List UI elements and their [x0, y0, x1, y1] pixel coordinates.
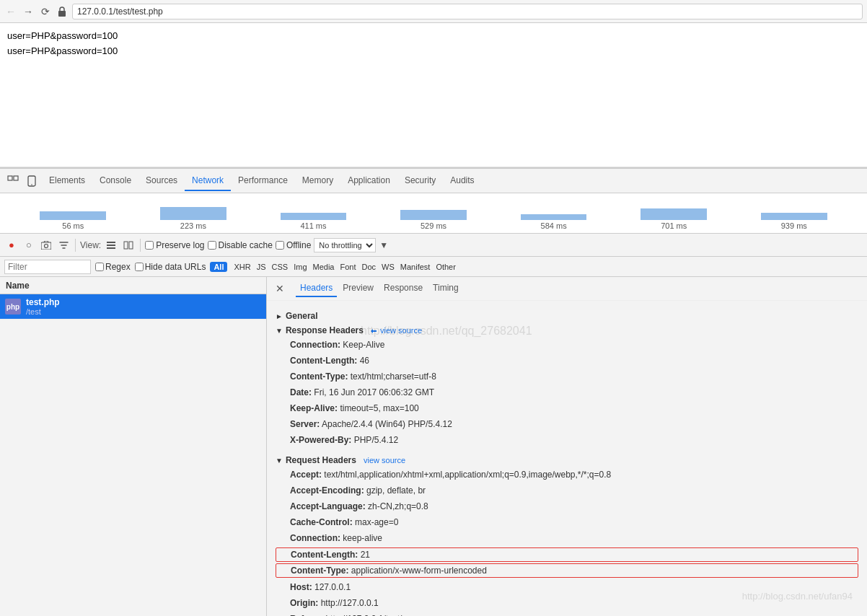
filter-type-js[interactable]: JS [255, 262, 268, 272]
filter-type-doc[interactable]: Doc [360, 262, 379, 272]
request-headers-container: Accept: text/html,application/xhtml+xml,… [276, 467, 858, 616]
svg-rect-5 [41, 242, 51, 250]
header-val: 127.0.0.1 [314, 582, 351, 592]
php-file-icon: php [4, 298, 22, 315]
timeline-bar-group [493, 197, 614, 220]
view-grid-button[interactable] [121, 238, 136, 252]
detail-header: ✕ HeadersPreviewResponseTiming [267, 277, 867, 301]
toolbar-separator2 [140, 239, 141, 252]
hide-data-urls-checkbox[interactable] [135, 263, 144, 271]
header-val: Keep-Alive [343, 340, 384, 350]
detail-tab-preview[interactable]: Preview [338, 280, 378, 297]
filter-button[interactable] [56, 238, 71, 252]
disable-cache-checkbox-group[interactable]: Disable cache [208, 240, 273, 250]
preserve-log-checkbox[interactable] [145, 241, 154, 250]
devtools-tab-audits[interactable]: Audits [443, 171, 481, 191]
detail-tab-headers[interactable]: Headers [296, 280, 337, 297]
response-header-row: Keep-Alive: timeout=5, max=100 [276, 400, 858, 416]
response-header-row: Connection: Keep-Alive [276, 337, 858, 353]
devtools-tab-security[interactable]: Security [397, 171, 443, 191]
throttle-select[interactable]: No throttling [314, 238, 376, 252]
devtools-tab-network[interactable]: Network [185, 171, 231, 191]
record-button[interactable]: ● [4, 238, 19, 252]
filter-type-other[interactable]: Other [434, 262, 458, 272]
back-button[interactable]: ← [4, 5, 17, 18]
response-header-row: Server: Apache/2.4.4 (Win64) PHP/5.4.12 [276, 416, 858, 432]
filter-type-xhr[interactable]: XHR [232, 262, 252, 272]
inspect-icon[interactable] [4, 171, 22, 191]
header-val: 21 [361, 550, 370, 560]
svg-rect-8 [107, 245, 115, 246]
filter-type-ws[interactable]: WS [379, 262, 397, 272]
timeline-label: 584 ms [493, 221, 614, 230]
filter-type-manifest[interactable]: Manifest [398, 262, 433, 272]
filter-type-img[interactable]: Img [291, 262, 309, 272]
header-val: timeout=5, max=100 [340, 403, 418, 413]
header-key: Connection: [290, 340, 340, 350]
camera-button[interactable] [39, 238, 53, 252]
browser-bar: ← → ⟳ [0, 0, 867, 23]
request-item[interactable]: phptest.php/test [0, 294, 266, 320]
request-header-row: Accept-Encoding: gzip, deflate, br [276, 483, 858, 498]
filter-bar: Regex Hide data URLs All XHRJSCSSImgMedi… [0, 257, 867, 277]
request-headers-view-source[interactable]: view source [364, 456, 405, 465]
offline-checkbox[interactable] [276, 241, 284, 250]
detail-close-button[interactable]: ✕ [273, 281, 287, 296]
timeline-bar-item [40, 211, 106, 220]
devtools-tab-sources[interactable]: Sources [138, 171, 185, 191]
forward-button[interactable]: → [22, 5, 35, 18]
timeline-label: 56 ms [13, 221, 133, 230]
detail-tab-timing[interactable]: Timing [428, 280, 463, 297]
response-headers-label: Response Headers [286, 325, 364, 335]
detail-tab-response[interactable]: Response [379, 280, 427, 297]
page-content: user=PHP&password=100 user=PHP&password=… [0, 23, 867, 167]
view-list-button[interactable] [104, 238, 118, 252]
reload-button[interactable]: ⟳ [39, 5, 52, 18]
filter-type-css[interactable]: CSS [270, 262, 291, 272]
timeline-bar-item [281, 213, 347, 220]
response-headers-view-source[interactable]: view source [371, 326, 422, 335]
hide-data-urls-group[interactable]: Hide data URLs [135, 262, 206, 272]
request-headers-title[interactable]: ▼ Request Headers view source [276, 455, 858, 465]
filter-input[interactable] [4, 260, 91, 274]
filter-type-font[interactable]: Font [338, 262, 358, 272]
detail-panel-wrapper: ✕ HeadersPreviewResponseTiming ► General… [267, 277, 867, 616]
svg-rect-7 [107, 242, 115, 243]
page-line2: user=PHP&password=100 [7, 44, 860, 59]
devtools-tab-elements[interactable]: Elements [42, 171, 92, 191]
general-section-title[interactable]: ► General [276, 311, 858, 321]
devtools-tab-console[interactable]: Console [92, 171, 138, 191]
response-header-row: Content-Length: 46 [276, 353, 858, 369]
timeline-bar-item [400, 210, 467, 220]
timeline-bar-item [641, 208, 707, 220]
regex-label-group[interactable]: Regex [95, 262, 131, 272]
header-val: max-age=0 [355, 517, 398, 527]
timeline-bar-group [253, 197, 374, 220]
svg-rect-10 [124, 242, 128, 249]
timeline-label: 411 ms [253, 221, 374, 230]
clear-button[interactable]: ○ [22, 238, 36, 252]
filter-type-media[interactable]: Media [311, 262, 337, 272]
request-header-row: Content-Type: application/x-www-form-url… [276, 563, 858, 578]
devtools-tab-performance[interactable]: Performance [231, 171, 295, 191]
offline-checkbox-group[interactable]: Offline [276, 240, 311, 250]
response-headers-container: Connection: Keep-AliveContent-Length: 46… [276, 337, 858, 448]
response-header-row: Date: Fri, 16 Jun 2017 06:06:32 GMT [276, 384, 858, 400]
disable-cache-checkbox[interactable] [208, 241, 216, 250]
devtools-tab-memory[interactable]: Memory [295, 171, 340, 191]
all-filter-badge[interactable]: All [210, 262, 227, 272]
throttle-arrow: ▼ [379, 240, 388, 250]
regex-checkbox[interactable] [95, 263, 104, 271]
main-area: Name phptest.php/test ✕ HeadersPreviewRe… [0, 277, 867, 616]
url-bar[interactable] [72, 4, 863, 19]
request-header-row: Content-Length: 21 [276, 547, 858, 562]
response-headers-title[interactable]: ▼ Response Headers view source [276, 325, 858, 335]
detail-tabs-container: HeadersPreviewResponseTiming [296, 280, 463, 297]
header-key: X-Powered-By: [290, 435, 351, 445]
request-header-row: Connection: keep-alive [276, 530, 858, 546]
timeline-label: 223 ms [133, 221, 254, 230]
preserve-log-checkbox-group[interactable]: Preserve log [145, 240, 204, 250]
header-key: Content-Type: [290, 371, 348, 382]
devtools-tab-application[interactable]: Application [340, 171, 397, 191]
mobile-icon[interactable] [23, 171, 40, 191]
